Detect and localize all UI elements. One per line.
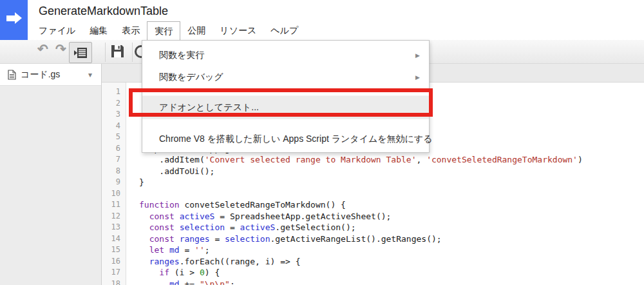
code-line: const ranges = selection.getActiveRangeL… bbox=[139, 233, 644, 245]
save-icon bbox=[111, 44, 124, 58]
submenu-arrow-icon: ▶ bbox=[415, 52, 420, 59]
menubar-item-0[interactable]: ファイル bbox=[32, 21, 82, 40]
menu-item-label: 関数をデバッグ bbox=[159, 72, 223, 83]
run-menu-item-3[interactable]: Chrome V8 を搭載した新しい Apps Script ランタイムを無効に… bbox=[142, 128, 429, 151]
run-menu-item-0[interactable]: 関数を実行▶ bbox=[142, 44, 429, 66]
code-line: ranges.forEach((range, i) => { bbox=[139, 256, 644, 268]
chevron-down-icon[interactable]: ▾ bbox=[88, 70, 92, 79]
project-title: GenerateMarkdownTable bbox=[39, 5, 168, 18]
line-number: 18 bbox=[102, 279, 126, 285]
line-number: 8 bbox=[102, 166, 126, 177]
line-number: 9 bbox=[102, 177, 126, 188]
toolbar-separator bbox=[105, 43, 106, 62]
line-number: 14 bbox=[102, 233, 126, 245]
redo-icon[interactable]: ↷ bbox=[55, 41, 66, 57]
line-number: 16 bbox=[102, 256, 126, 268]
menubar-item-1[interactable]: 編集 bbox=[82, 21, 115, 40]
line-number: 3 bbox=[102, 109, 126, 121]
run-menu-item-1[interactable]: 関数をデバッグ▶ bbox=[142, 66, 429, 88]
code-line: .addItem('Convert selected range to Mark… bbox=[139, 154, 644, 166]
line-number: 13 bbox=[102, 222, 126, 233]
submenu-arrow-icon: ▶ bbox=[415, 74, 420, 81]
line-number-gutter: 123456789101112131415161718 bbox=[102, 83, 126, 285]
app-header: GenerateMarkdownTable ファイル編集表示実行公開リソースヘル… bbox=[0, 0, 644, 40]
menubar-item-6[interactable]: ヘルプ bbox=[263, 21, 305, 40]
toolbar-separator bbox=[132, 43, 133, 62]
line-number: 1 bbox=[102, 86, 126, 98]
code-line: const selection = activeS.getSelection()… bbox=[139, 222, 644, 233]
line-number: 2 bbox=[102, 98, 126, 110]
menubar-item-5[interactable]: リソース bbox=[213, 21, 263, 40]
menu-bar: ファイル編集表示実行公開リソースヘルプ bbox=[32, 21, 305, 40]
save-button[interactable] bbox=[111, 44, 124, 61]
code-line: } bbox=[139, 177, 644, 188]
line-number: 7 bbox=[102, 154, 126, 166]
line-number: 6 bbox=[102, 143, 126, 155]
code-line: function convetSeletedRangeToMarkdown() … bbox=[139, 199, 644, 211]
line-number: 15 bbox=[102, 244, 126, 256]
menu-item-label: Chrome V8 を搭載した新しい Apps Script ランタイムを無効に… bbox=[159, 133, 433, 145]
menubar-item-4[interactable]: 公開 bbox=[180, 21, 213, 40]
panel-toggle-icon bbox=[74, 48, 87, 58]
line-number: 10 bbox=[102, 188, 126, 200]
script-file-icon bbox=[8, 70, 16, 80]
code-line: .addToUi(); bbox=[139, 166, 644, 177]
file-name: コード.gs bbox=[21, 69, 60, 81]
annotation-highlight-box bbox=[129, 88, 433, 117]
menubar-item-2[interactable]: 表示 bbox=[115, 21, 147, 40]
code-line: const activeS = SpreadsheetApp.getActive… bbox=[139, 211, 644, 222]
code-line: md += "\n\n"; bbox=[139, 279, 644, 285]
panel-toggle-button[interactable] bbox=[69, 42, 92, 63]
files-sidebar: コード.gs ▾ bbox=[0, 64, 102, 285]
line-number: 4 bbox=[102, 121, 126, 132]
code-line: if (i > 0) { bbox=[139, 267, 644, 279]
line-number: 12 bbox=[102, 211, 126, 222]
line-number: 5 bbox=[102, 132, 126, 143]
apps-script-arrow-icon bbox=[6, 12, 22, 24]
apps-script-logo bbox=[0, 0, 28, 40]
file-item-code-gs[interactable]: コード.gs ▾ bbox=[0, 64, 101, 86]
line-number: 17 bbox=[102, 267, 126, 279]
undo-icon[interactable]: ↶ bbox=[37, 41, 48, 57]
code-line: let md = ''; bbox=[139, 244, 644, 256]
menubar-item-3[interactable]: 実行 bbox=[147, 21, 180, 40]
menu-item-label: 関数を実行 bbox=[159, 50, 204, 61]
code-line bbox=[139, 188, 644, 200]
line-number: 11 bbox=[102, 199, 126, 211]
